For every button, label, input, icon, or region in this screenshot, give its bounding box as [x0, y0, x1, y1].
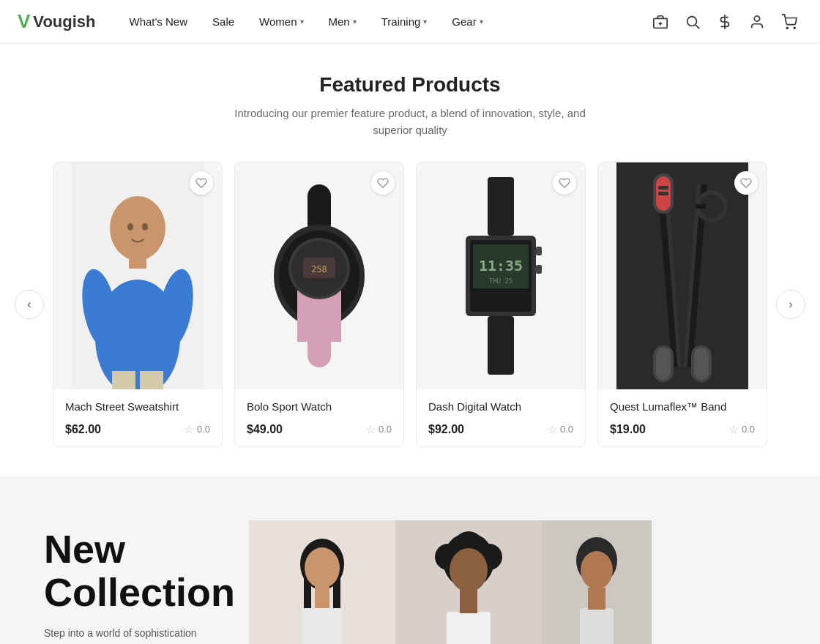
product-image-watch1: 258	[253, 162, 385, 389]
product-image-area	[53, 162, 222, 389]
product-info: Mach Street Sweatshirt $62.00 ☆ 0.0	[53, 389, 222, 446]
chevron-down-icon: ▾	[300, 18, 304, 26]
product-carousel: ‹	[15, 162, 805, 447]
svg-point-8	[794, 27, 795, 29]
wishlist-button-1[interactable]	[371, 171, 395, 195]
product-image-area	[598, 162, 767, 389]
dollar-icon	[717, 14, 733, 30]
svg-rect-61	[302, 608, 343, 645]
cart-icon-button[interactable]	[776, 9, 802, 35]
svg-rect-70	[460, 590, 477, 613]
product-card: Mach Street Sweatshirt $62.00 ☆ 0.0	[53, 162, 223, 447]
product-info: Bolo Sport Watch $49.00 ☆ 0.0	[235, 389, 403, 446]
nav-item-men[interactable]: Men ▾	[318, 10, 367, 34]
wishlist-button-2[interactable]	[553, 171, 576, 195]
heart-icon	[559, 177, 570, 189]
logo[interactable]: V Vougish	[18, 10, 96, 33]
product-rating-2: ☆ 0.0	[548, 424, 573, 435]
svg-point-6	[754, 15, 759, 20]
collection-title: New Collection	[44, 528, 249, 615]
product-rating-1: ☆ 0.0	[366, 424, 392, 435]
store-icon-button[interactable]	[647, 9, 674, 35]
product-price-0: $62.00	[65, 423, 101, 436]
product-rating-3: ☆ 0.0	[729, 424, 755, 435]
logo-name: Vougish	[33, 12, 95, 31]
product-name-1: Bolo Sport Watch	[247, 400, 392, 414]
product-name-0: Mach Street Sweatshirt	[65, 400, 210, 414]
collection-images	[249, 520, 776, 645]
product-image-watch2: 11:35 THU 25	[435, 162, 567, 389]
product-price-3: $19.00	[610, 423, 646, 436]
featured-subtitle: Introducing our premier feature product,…	[220, 105, 600, 138]
svg-point-18	[142, 223, 148, 231]
heart-icon	[195, 177, 207, 189]
chevron-down-icon: ▾	[480, 18, 483, 26]
heart-icon	[377, 177, 389, 189]
collection-description: Step into a world of sophistication	[44, 626, 249, 641]
nav-item-gear[interactable]: Gear ▾	[441, 10, 493, 34]
svg-rect-40	[616, 162, 748, 389]
carousel-prev-button[interactable]: ‹	[15, 290, 44, 319]
svg-rect-31	[488, 177, 514, 236]
svg-rect-38	[536, 265, 542, 274]
nav-item-training[interactable]: Training ▾	[371, 10, 438, 34]
svg-line-4	[696, 25, 699, 29]
svg-text:THU 25: THU 25	[489, 277, 513, 285]
account-icon-button[interactable]	[744, 9, 770, 35]
product-image-sweatshirt	[72, 162, 204, 389]
svg-rect-69	[447, 612, 491, 645]
star-icon: ☆	[366, 424, 376, 435]
svg-rect-15	[112, 371, 135, 389]
chevron-down-icon: ▾	[353, 18, 357, 26]
nav-item-whats-new[interactable]: What's New	[119, 10, 198, 34]
star-icon: ☆	[729, 424, 739, 435]
star-icon: ☆	[548, 424, 557, 435]
product-footer: $49.00 ☆ 0.0	[247, 423, 392, 436]
product-card: 258 Bolo Sport Watch $49.00	[234, 162, 404, 447]
svg-rect-50	[656, 348, 671, 380]
main-content: Featured Products Introducing our premie…	[0, 44, 820, 447]
product-info: Dash Digital Watch $92.00 ☆ 0.0	[417, 389, 585, 446]
currency-icon-button[interactable]	[712, 9, 738, 35]
star-icon: ☆	[184, 424, 194, 435]
product-price-1: $49.00	[247, 423, 283, 436]
svg-rect-29	[308, 323, 331, 367]
svg-text:258: 258	[311, 264, 327, 274]
nav-links: What's New Sale Women ▾ Men ▾ Training ▾…	[119, 10, 648, 34]
product-rating-0: ☆ 0.0	[184, 424, 210, 435]
svg-rect-39	[488, 316, 514, 375]
nav-item-women[interactable]: Women ▾	[249, 10, 313, 34]
navigation: V Vougish What's New Sale Women ▾ Men ▾ …	[0, 0, 820, 44]
product-card: 11:35 THU 25 Dash Dig	[416, 162, 586, 447]
store-icon	[652, 14, 668, 30]
collection-text: New Collection Step into a world of soph…	[44, 520, 249, 642]
product-footer: $62.00 ☆ 0.0	[65, 423, 210, 436]
search-icon-button[interactable]	[679, 9, 706, 35]
svg-rect-16	[140, 371, 163, 389]
product-info: Quest Lumaflex™ Band $19.00 ☆ 0.0	[598, 389, 767, 446]
product-image-area: 258	[235, 162, 403, 389]
collection-person-2	[395, 520, 542, 645]
svg-rect-75	[588, 588, 605, 610]
svg-point-3	[687, 16, 697, 26]
product-footer: $92.00 ☆ 0.0	[428, 423, 573, 436]
svg-point-73	[581, 551, 613, 589]
new-collection-section: New Collection Step into a world of soph…	[0, 476, 820, 645]
carousel-next-button[interactable]: ›	[776, 290, 805, 319]
wishlist-button-3[interactable]	[734, 171, 758, 195]
product-image-band	[616, 162, 748, 389]
collection-person-1	[249, 520, 395, 645]
svg-rect-37	[536, 247, 542, 255]
product-card: Quest Lumaflex™ Band $19.00 ☆ 0.0	[597, 162, 767, 447]
collection-person-3	[542, 520, 652, 645]
product-image-area: 11:35 THU 25	[417, 162, 585, 389]
svg-rect-74	[580, 608, 614, 645]
heart-icon	[740, 177, 752, 189]
products-grid: Mach Street Sweatshirt $62.00 ☆ 0.0	[53, 162, 767, 447]
chevron-down-icon: ▾	[423, 18, 427, 26]
wishlist-button-0[interactable]	[190, 171, 213, 195]
nav-item-sale[interactable]: Sale	[202, 10, 245, 34]
product-name-2: Dash Digital Watch	[428, 400, 573, 414]
svg-rect-62	[315, 586, 329, 608]
search-icon	[685, 14, 701, 30]
